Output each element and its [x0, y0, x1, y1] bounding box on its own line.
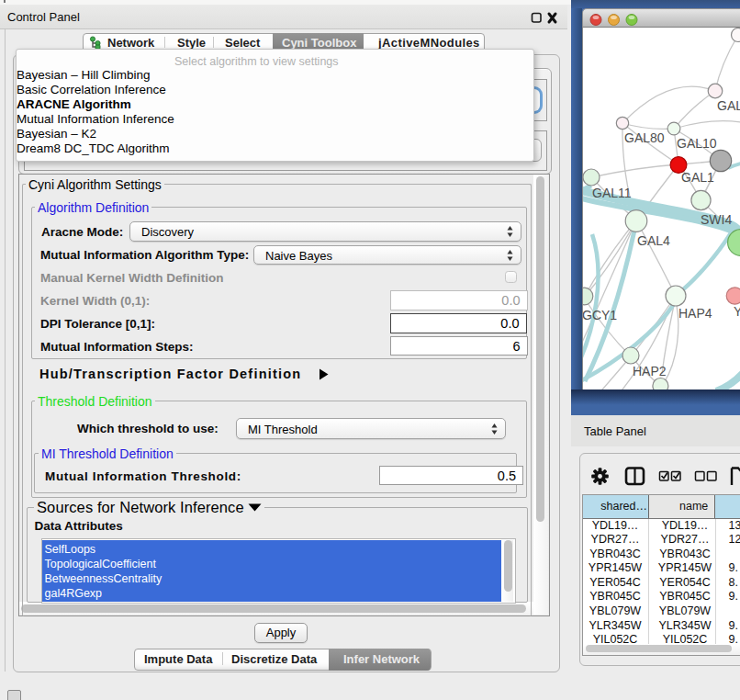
- svg-text:HAP2: HAP2: [633, 364, 667, 378]
- svg-text:HAP4: HAP4: [678, 306, 712, 321]
- svg-text:GAL4: GAL4: [637, 233, 670, 248]
- svg-text:GAL10: GAL10: [677, 136, 717, 151]
- svg-text:GAL80: GAL80: [624, 130, 665, 145]
- svg-text:GCY1: GCY1: [583, 308, 617, 322]
- svg-text:GAL1: GAL1: [681, 170, 714, 185]
- svg-text:GAL: GAL: [717, 98, 740, 113]
- svg-text:GAL11: GAL11: [592, 186, 632, 200]
- svg-text:SWI4: SWI4: [701, 212, 732, 227]
- svg-text:Y: Y: [734, 304, 740, 319]
